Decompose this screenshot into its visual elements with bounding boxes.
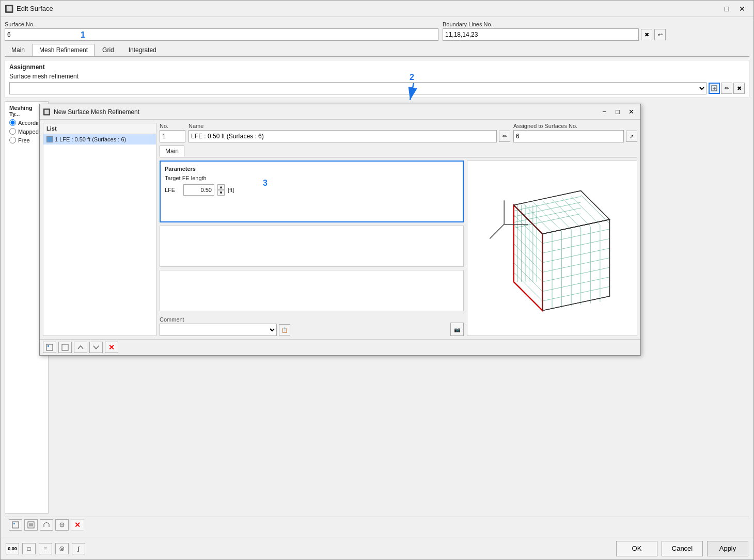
comment-action-button[interactable]: 📋	[279, 324, 290, 335]
preview-panel	[467, 161, 637, 336]
lfe-row: LFE ▲ ▼ [ft]	[165, 184, 459, 196]
sub-tab-main[interactable]: Main	[160, 146, 184, 157]
surface-no-input[interactable]	[5, 28, 438, 41]
tab-integrated[interactable]: Integrated	[122, 44, 163, 56]
fields-row: No. Name ✏ Assigned to Surfaces No.	[160, 123, 637, 142]
empty-params-2	[160, 270, 464, 311]
dialog-toolbar-1[interactable]	[43, 342, 56, 353]
footer-icon-3[interactable]: ≡	[39, 543, 52, 554]
comment-left: Comment 📋	[160, 316, 290, 336]
assigned-input[interactable]	[513, 130, 624, 142]
boundary-reset-button[interactable]: ↩	[654, 29, 666, 40]
svg-rect-59	[62, 344, 68, 350]
comment-right: 📷	[293, 323, 464, 336]
meshing-mapped[interactable]: Mapped	[9, 128, 44, 135]
params-left: Parameters Target FE length LFE ▲ ▼ [ft]	[160, 161, 464, 336]
assignment-actions: ✏ ✖	[709, 83, 745, 94]
delete-button[interactable]: ✕	[71, 519, 84, 531]
surface-field-row	[5, 28, 438, 41]
svg-line-42	[542, 267, 609, 282]
name-label: Name	[189, 123, 510, 129]
close-button[interactable]: ✕	[735, 3, 749, 15]
new-assignment-button[interactable]	[709, 83, 720, 94]
boundary-field-row: ✖ ↩	[443, 28, 749, 41]
meshing-title: Meshing Ty...	[9, 105, 44, 117]
meshing-according[interactable]: According...	[9, 119, 44, 126]
apply-button[interactable]: Apply	[707, 541, 748, 556]
toolbar-btn-4[interactable]	[55, 519, 69, 531]
cancel-button[interactable]: Cancel	[662, 541, 703, 556]
svg-marker-11	[514, 191, 610, 234]
svg-line-29	[514, 253, 543, 282]
toolbar-btn-3[interactable]	[40, 519, 53, 531]
footer-icon-1[interactable]: 0.00	[6, 543, 19, 554]
svg-line-43	[542, 277, 609, 292]
list-item-color	[46, 136, 53, 142]
empty-params-1	[160, 226, 464, 267]
list-item-label: 1 LFE : 0.50 ft (Surfaces : 6)	[55, 136, 126, 142]
dialog-toolbar-4[interactable]	[89, 342, 103, 353]
footer-icon-4[interactable]: ◎	[55, 543, 69, 554]
svg-marker-52	[514, 191, 610, 234]
preview-action-button[interactable]: 📷	[450, 323, 464, 336]
list-item[interactable]: 1 LFE : 0.50 ft (Surfaces : 6)	[43, 134, 156, 145]
no-input[interactable]	[160, 130, 185, 142]
title-icon: 🔲	[5, 5, 13, 13]
maximize-button[interactable]: □	[719, 3, 734, 15]
dialog-delete-button[interactable]: ✕	[105, 342, 118, 353]
delete-assignment-button[interactable]: ✖	[733, 83, 745, 94]
preview-box	[467, 161, 637, 336]
dialog-toolbar-2[interactable]	[58, 342, 72, 353]
footer-icon-5[interactable]: ∫	[72, 543, 85, 554]
boundary-edit-button[interactable]: ✖	[641, 29, 652, 40]
assignment-combo[interactable]	[9, 82, 706, 94]
dialog-toolbar-3[interactable]	[74, 342, 87, 353]
params-area: Parameters Target FE length LFE ▲ ▼ [ft]	[160, 161, 637, 336]
surface-group: Surface No.	[5, 21, 438, 41]
inner-minimize-button[interactable]: −	[598, 107, 610, 117]
svg-line-22	[562, 198, 591, 227]
svg-line-44	[542, 286, 609, 301]
toolbar-btn-2[interactable]	[24, 519, 38, 531]
footer-icon-2[interactable]: □	[22, 543, 36, 554]
tab-main[interactable]: Main	[5, 44, 32, 56]
inner-dialog-icon: 🔲	[43, 108, 51, 116]
edit-assignment-button[interactable]: ✏	[721, 83, 732, 94]
boundary-group: Boundary Lines No. ✖ ↩	[443, 21, 749, 41]
assign-surfaces-button[interactable]: ↗	[626, 131, 637, 142]
spin-buttons: ▲ ▼	[217, 184, 225, 196]
name-input[interactable]	[189, 130, 497, 142]
svg-rect-57	[46, 344, 53, 350]
edit-name-button[interactable]: ✏	[499, 131, 510, 142]
tab-mesh-refinement[interactable]: Mesh Refinement	[33, 44, 95, 56]
bottom-toolbar: ✕	[5, 517, 749, 533]
lfe-input[interactable]	[183, 184, 214, 196]
no-col: No.	[160, 123, 185, 142]
title-bar-controls: □ ✕	[719, 3, 749, 15]
svg-rect-58	[48, 345, 49, 347]
spin-up[interactable]: ▲	[217, 184, 225, 190]
no-label: No.	[160, 123, 185, 129]
boundary-no-input[interactable]	[443, 28, 639, 41]
inner-maximize-button[interactable]: □	[611, 107, 624, 117]
meshing-free[interactable]: Free	[9, 137, 44, 143]
footer-buttons: OK Cancel Apply	[616, 541, 748, 556]
inner-close-button[interactable]: ✕	[625, 107, 637, 117]
svg-line-21	[552, 199, 581, 228]
ok-button[interactable]: OK	[616, 541, 657, 556]
comment-label: Comment	[160, 316, 290, 323]
assigned-label: Assigned to Surfaces No.	[513, 123, 637, 129]
form-panel: No. Name ✏ Assigned to Surfaces No.	[160, 123, 637, 336]
svg-line-27	[514, 234, 543, 263]
tab-grid[interactable]: Grid	[96, 44, 121, 56]
svg-line-28	[514, 244, 543, 273]
target-fe-label: Target FE length	[165, 175, 459, 181]
svg-rect-3	[12, 522, 19, 528]
comment-input[interactable]	[160, 324, 277, 336]
spin-down[interactable]: ▼	[217, 190, 225, 196]
list-header: List	[43, 123, 156, 134]
title-bar: 🔲 Edit Surface □ ✕	[1, 1, 753, 17]
parameters-title: Parameters	[165, 166, 459, 172]
toolbar-btn-1[interactable]	[9, 519, 22, 531]
list-panel: List 1 LFE : 0.50 ft (Surfaces : 6)	[43, 123, 156, 336]
